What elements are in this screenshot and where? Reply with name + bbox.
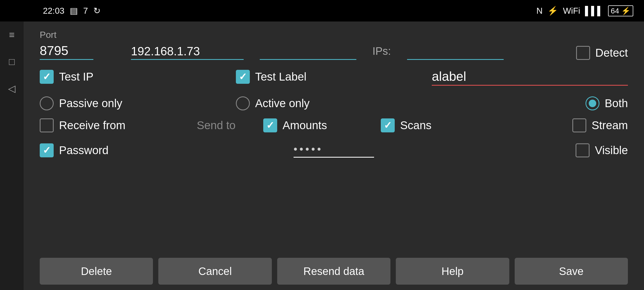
- password-row: Password ••••• Visible: [40, 143, 628, 158]
- test-ip-item: Test IP: [40, 70, 236, 84]
- passive-active-both-row: Passive only Active only Both: [40, 96, 628, 110]
- port-field: Port: [40, 30, 109, 60]
- ip3-input[interactable]: [407, 42, 504, 60]
- status-bar-left: 22:03 ▤ 7 ↻: [43, 6, 101, 16]
- password-dots[interactable]: •••••: [294, 143, 374, 158]
- scans-item: Scans: [381, 118, 487, 132]
- button-row: Delete Cancel Resend data Help Save: [40, 250, 628, 285]
- password-item: Password: [40, 143, 169, 157]
- receive-from-checkbox[interactable]: [40, 118, 54, 132]
- signal-icon: ▌▌▌: [585, 6, 603, 16]
- both-radio[interactable]: [586, 96, 599, 110]
- top-row: Port IPs: Detect: [40, 30, 628, 60]
- main-content: Port IPs: Detect Test IP: [24, 0, 644, 290]
- password-dots-container: •••••: [169, 143, 499, 158]
- password-checkbox[interactable]: [40, 143, 54, 157]
- port-label: Port: [40, 30, 109, 40]
- detect-checkbox[interactable]: [576, 46, 590, 60]
- detect-label: Detect: [595, 46, 628, 59]
- test-label-label: Test Label: [255, 70, 306, 83]
- battery-indicator: 64 ⚡: [608, 5, 633, 16]
- receive-from-item: Receive from: [40, 118, 169, 132]
- stream-checkbox[interactable]: [572, 118, 586, 132]
- status-bar-right: N ⚡ WiFi ▌▌▌ 64 ⚡: [536, 5, 633, 16]
- amounts-label: Amounts: [283, 119, 327, 132]
- visible-label: Visible: [595, 144, 628, 157]
- ip1-input[interactable]: [131, 44, 244, 60]
- send-to-item: Send to: [169, 119, 263, 132]
- both-label: Both: [605, 97, 628, 110]
- visible-item: Visible: [499, 143, 628, 157]
- ips-label: IPs:: [372, 45, 391, 57]
- active-only-item: Active only: [236, 96, 432, 110]
- wifi-icon: WiFi: [563, 6, 580, 16]
- test-ip-checkbox[interactable]: [40, 70, 54, 84]
- clock: 22:03: [43, 6, 64, 16]
- receive-send-amounts-row: Receive from Send to Amounts Scans Strea…: [40, 118, 628, 132]
- passive-only-item: Passive only: [40, 96, 236, 110]
- menu-icon[interactable]: ≡: [4, 27, 20, 43]
- ip1-field: [131, 44, 244, 60]
- notification-icon: ▤: [70, 6, 78, 16]
- stream-item: Stream: [487, 118, 628, 132]
- save-button[interactable]: Save: [515, 258, 628, 285]
- test-label-checkbox[interactable]: [236, 70, 250, 84]
- resend-button[interactable]: Resend data: [277, 258, 390, 285]
- bluetooth-icon: ⚡: [547, 6, 558, 16]
- sync-icon: ↻: [93, 6, 101, 16]
- scans-checkbox[interactable]: [381, 118, 395, 132]
- detect-area: Detect: [576, 46, 628, 60]
- test-ip-label: Test IP: [59, 70, 93, 83]
- port-input[interactable]: [40, 42, 93, 60]
- help-button[interactable]: Help: [396, 258, 509, 285]
- delete-button[interactable]: Delete: [40, 258, 153, 285]
- ip3-field: [407, 42, 504, 60]
- receive-from-label: Receive from: [59, 119, 125, 132]
- visible-checkbox[interactable]: [576, 143, 590, 157]
- ip2-field: [260, 42, 356, 60]
- nfc-icon: N: [536, 6, 543, 16]
- passive-only-label: Passive only: [59, 97, 122, 110]
- active-only-radio[interactable]: [236, 96, 250, 110]
- active-only-label: Active only: [255, 97, 310, 110]
- notif-count: 7: [83, 6, 88, 16]
- send-to-label: Send to: [197, 119, 236, 132]
- back-icon[interactable]: ◁: [4, 81, 20, 97]
- sidebar: ≡ □ ◁: [0, 0, 24, 290]
- status-bar: 22:03 ▤ 7 ↻ N ⚡ WiFi ▌▌▌ 64 ⚡: [0, 0, 644, 21]
- test-row: Test IP Test Label: [40, 68, 628, 86]
- ip2-input[interactable]: [260, 42, 356, 60]
- scans-label: Scans: [400, 119, 431, 132]
- amounts-item: Amounts: [263, 118, 381, 132]
- cancel-button[interactable]: Cancel: [158, 258, 272, 285]
- alabel-field: [432, 68, 628, 86]
- test-label-item: Test Label: [236, 70, 432, 84]
- checkbox-icon[interactable]: □: [4, 54, 20, 70]
- alabel-input[interactable]: [432, 68, 628, 86]
- passive-only-radio[interactable]: [40, 96, 54, 110]
- stream-label: Stream: [592, 119, 628, 132]
- password-label: Password: [59, 144, 108, 157]
- both-item: Both: [432, 96, 628, 110]
- amounts-checkbox[interactable]: [263, 118, 277, 132]
